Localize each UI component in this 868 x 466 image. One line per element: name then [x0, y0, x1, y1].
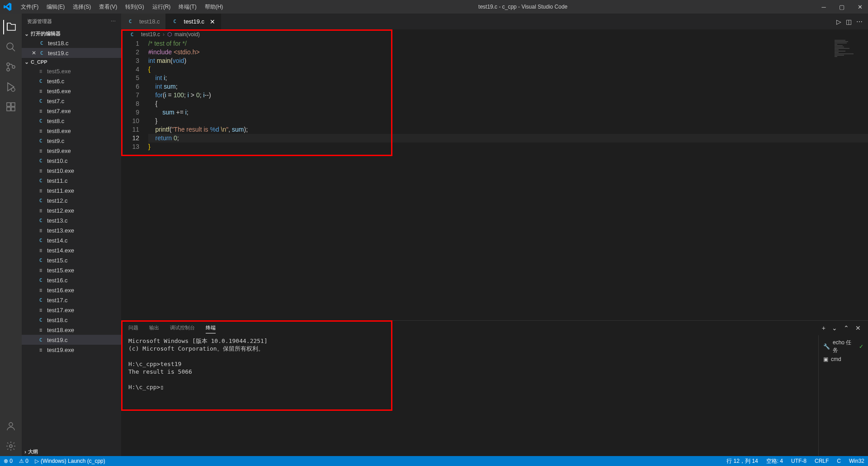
status-encoding[interactable]: UTF-8 [791, 457, 807, 465]
menu-item[interactable]: 转到(G) [122, 1, 147, 13]
code-line[interactable]: { [148, 65, 868, 74]
editor-tab[interactable]: Ctest18.c [121, 14, 166, 29]
code-line[interactable]: #include <stdio.h> [148, 48, 868, 57]
menu-item[interactable]: 运行(R) [149, 1, 175, 13]
file-tree-item[interactable]: ≡test18.exe [22, 325, 121, 335]
code-line[interactable]: return 0; [148, 134, 868, 143]
open-editors-section-header[interactable]: ⌄ 打开的编辑器 [22, 29, 121, 38]
file-tree-item[interactable]: ≡test14.exe [22, 245, 121, 255]
menu-item[interactable]: 帮助(H) [201, 1, 227, 13]
panel-tab[interactable]: 输出 [149, 323, 159, 333]
file-tree-item[interactable]: Ctest16.c [22, 275, 121, 285]
run-icon[interactable]: ▷ [836, 18, 841, 25]
close-button[interactable]: ✕ [855, 4, 864, 10]
terminal-output[interactable]: Microsoft Windows [版本 10.0.19044.2251] (… [121, 335, 818, 456]
sidebar-more-icon[interactable]: ⋯ [111, 19, 116, 24]
more-actions-icon[interactable]: ⋯ [856, 18, 863, 25]
file-tree-item[interactable]: Ctest6.c [22, 76, 121, 86]
file-tree-item[interactable]: ≡test13.exe [22, 225, 121, 235]
minimize-button[interactable]: ─ [819, 4, 828, 10]
file-tree-item[interactable]: Ctest13.c [22, 215, 121, 225]
file-tree-item[interactable]: Ctest12.c [22, 195, 121, 205]
code-line[interactable]: printf("The result is %d \n", sum); [148, 125, 868, 134]
maximize-button[interactable]: ▢ [837, 4, 846, 10]
file-tree-item[interactable]: Ctest19.c [22, 335, 121, 345]
panel-tab[interactable]: 问题 [128, 323, 138, 333]
code-editor[interactable]: 12345678910111213 /* test of for */#incl… [121, 39, 868, 320]
maximize-panel-icon[interactable]: ⌃ [844, 324, 849, 332]
status-indentation[interactable]: 空格: 4 [766, 457, 783, 465]
file-tree-item[interactable]: ≡test9.exe [22, 146, 121, 156]
close-tab-icon[interactable]: ✕ [207, 18, 215, 25]
folder-section-header[interactable]: ⌄ C_CPP [22, 58, 121, 66]
menu-item[interactable]: 文件(F) [17, 1, 42, 13]
source-control-icon[interactable] [4, 60, 18, 74]
status-warnings[interactable]: ⚠ 0 [19, 458, 28, 464]
code-line[interactable]: /* test of for */ [148, 39, 868, 48]
close-panel-icon[interactable]: ✕ [855, 324, 861, 332]
settings-gear-icon[interactable] [4, 439, 18, 453]
status-errors[interactable]: ⊗ 0 [4, 458, 13, 464]
panel-tab[interactable]: 调试控制台 [170, 323, 195, 333]
code-content[interactable]: /* test of for */#include <stdio.h>int m… [148, 39, 868, 320]
file-tree-item[interactable]: Ctest7.c [22, 96, 121, 106]
status-cursor-position[interactable]: 行 12，列 14 [726, 457, 758, 465]
file-tree-item[interactable]: ≡test16.exe [22, 285, 121, 295]
terminal-instance-item[interactable]: ▣cmd [823, 355, 863, 363]
status-platform[interactable]: Win32 [849, 457, 864, 465]
breadcrumb[interactable]: C test19.c › ⬡ main(void) [121, 29, 868, 39]
menu-item[interactable]: 编辑(E) [43, 1, 68, 13]
file-tree-item[interactable]: ≡test7.exe [22, 106, 121, 116]
open-editor-item[interactable]: Ctest18.c [22, 38, 121, 48]
file-tree-item[interactable]: ≡test10.exe [22, 166, 121, 176]
account-icon[interactable] [4, 419, 18, 433]
terminal-instance-item[interactable]: 🔧echo 任务✓ [823, 338, 863, 355]
code-line[interactable]: } [148, 117, 868, 125]
exe-file-icon: ≡ [37, 247, 44, 254]
file-tree-item[interactable]: ≡test19.exe [22, 345, 121, 355]
file-tree-item[interactable]: Ctest8.c [22, 116, 121, 126]
file-tree-item[interactable]: Ctest10.c [22, 156, 121, 166]
file-tree-item[interactable]: ≡test12.exe [22, 205, 121, 215]
terminal-dropdown-icon[interactable]: ⌄ [832, 324, 837, 332]
status-language[interactable]: C [837, 457, 841, 465]
file-tree-item[interactable]: Ctest17.c [22, 295, 121, 305]
file-tree-item[interactable]: ≡test11.exe [22, 185, 121, 195]
file-tree-item[interactable]: Ctest15.c [22, 255, 121, 265]
split-editor-icon[interactable]: ◫ [846, 18, 852, 25]
code-line[interactable]: for(i = 100; i > 0; i--) [148, 91, 868, 100]
status-launch-config[interactable]: ▷ (Windows) Launch (c_cpp) [35, 458, 105, 464]
status-bar: ⊗ 0 ⚠ 0 ▷ (Windows) Launch (c_cpp) 行 12，… [0, 456, 868, 466]
editor-tab[interactable]: Ctest19.c✕ [166, 14, 222, 29]
file-tree-item[interactable]: Ctest18.c [22, 315, 121, 325]
code-line[interactable]: int sum; [148, 82, 868, 91]
file-name: test6.c [47, 78, 64, 85]
file-tree-item[interactable]: Ctest9.c [22, 136, 121, 146]
code-line[interactable]: } [148, 143, 868, 151]
explorer-icon[interactable] [3, 20, 18, 34]
code-line[interactable]: { [148, 100, 868, 108]
minimap[interactable] [835, 39, 862, 62]
menu-item[interactable]: 查看(V) [95, 1, 121, 13]
file-tree-item[interactable]: Ctest11.c [22, 176, 121, 185]
run-debug-icon[interactable] [4, 80, 18, 94]
close-icon[interactable]: ✕ [31, 50, 37, 56]
file-tree-item[interactable]: ≡test8.exe [22, 126, 121, 136]
code-line[interactable]: sum += i; [148, 108, 868, 117]
menu-item[interactable]: 终端(T) [175, 1, 200, 13]
file-tree-item[interactable]: ≡test17.exe [22, 305, 121, 315]
new-terminal-icon[interactable]: + [822, 324, 826, 332]
code-line[interactable]: int main(void) [148, 57, 868, 65]
panel-tab[interactable]: 终端 [206, 323, 216, 333]
extensions-icon[interactable] [4, 100, 18, 114]
status-eol[interactable]: CRLF [815, 457, 829, 465]
open-editor-item[interactable]: ✕Ctest19.c [22, 48, 121, 58]
file-tree-item[interactable]: ≡test15.exe [22, 265, 121, 275]
code-line[interactable]: int i; [148, 74, 868, 82]
outline-section-header[interactable]: › 大纲 [22, 447, 121, 456]
file-tree-item[interactable]: ≡test6.exe [22, 86, 121, 96]
file-tree-item[interactable]: ≡test5.exe [22, 66, 121, 76]
menu-item[interactable]: 选择(S) [69, 1, 94, 13]
file-tree-item[interactable]: Ctest14.c [22, 235, 121, 245]
search-icon[interactable] [4, 40, 18, 54]
